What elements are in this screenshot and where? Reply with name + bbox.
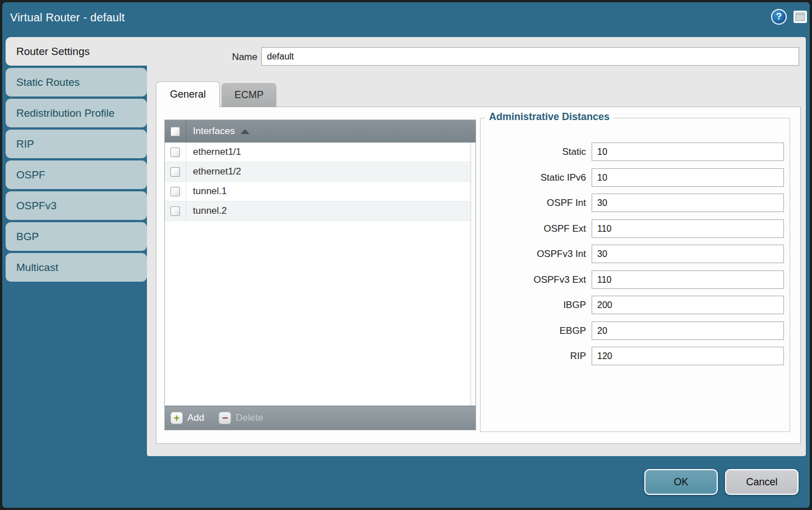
table-row-tunnel-2[interactable]: tunnel.2 — [165, 201, 476, 221]
help-icon[interactable]: ? — [771, 9, 787, 25]
interface-name: tunnel.2 — [193, 205, 227, 217]
interfaces-table-body: ethernet1/1 ethernet1/2 tunnel.1 tunnel.… — [165, 143, 476, 406]
sort-ascending-icon[interactable] — [241, 129, 250, 134]
delete-button[interactable]: − Delete — [219, 412, 263, 424]
row-checkbox[interactable] — [170, 148, 180, 157]
delete-button-label: Delete — [236, 412, 263, 424]
interfaces-table: Interfaces ethernet1/1 ethernet1/2 tunne — [164, 120, 476, 430]
dialog-title: Virtual Router - default — [10, 11, 125, 24]
field-row-ibgp: IBGP — [481, 296, 790, 314]
field-row-ospfv3-int: OSPFv3 Int — [481, 245, 790, 263]
ospf-int-input[interactable] — [592, 194, 784, 212]
ospfv3-ext-input[interactable] — [592, 270, 784, 289]
general-tab-content: Interfaces ethernet1/1 ethernet1/2 tunne — [156, 107, 801, 444]
table-row-ethernet1-2[interactable]: ethernet1/2 — [165, 162, 476, 182]
ibgp-label: IBGP — [481, 300, 586, 311]
tab-general[interactable]: General — [156, 81, 220, 107]
interface-name: ethernet1/2 — [193, 166, 241, 177]
row-checkbox-cell — [165, 162, 186, 181]
select-all-checkbox[interactable] — [170, 127, 180, 136]
field-row-static-ipv6: Static IPv6 — [481, 168, 790, 187]
static-label: Static — [481, 146, 586, 158]
sidebar-item-ospfv3[interactable]: OSPFv3 — [6, 191, 147, 220]
add-button[interactable]: + Add — [170, 412, 204, 424]
name-input[interactable] — [261, 47, 799, 66]
row-checkbox-cell — [165, 143, 186, 162]
screen-frame: Virtual Router - default ? Router Settin… — [0, 0, 812, 510]
ospfv3-int-input[interactable] — [592, 245, 784, 263]
sidebar-item-rip[interactable]: RIP — [6, 130, 147, 158]
ospf-int-label: OSPF Int — [481, 197, 586, 209]
sidebar-item-bgp[interactable]: BGP — [6, 222, 147, 251]
sidebar-item-redistribution-profile[interactable]: Redistribution Profile — [6, 99, 147, 127]
table-row-tunnel-1[interactable]: tunnel.1 — [165, 182, 476, 201]
row-checkbox-cell — [165, 201, 186, 220]
add-button-label: Add — [187, 412, 204, 424]
field-row-ebgp: EBGP — [481, 321, 790, 340]
field-row-static: Static — [481, 143, 790, 161]
static-ipv6-input[interactable] — [592, 168, 784, 187]
ospfv3-ext-label: OSPFv3 Ext — [481, 274, 586, 286]
field-row-rip: RIP — [481, 347, 790, 365]
interface-name: ethernet1/1 — [193, 146, 241, 158]
interfaces-column-header[interactable]: Interfaces — [193, 126, 235, 137]
ospf-ext-label: OSPF Ext — [481, 223, 586, 235]
interface-name: tunnel.1 — [193, 186, 227, 197]
rip-input[interactable] — [592, 347, 784, 365]
tab-ecmp[interactable]: ECMP — [222, 83, 276, 107]
ok-button[interactable]: OK — [644, 469, 718, 495]
interfaces-table-footer: + Add − Delete — [165, 406, 476, 430]
row-checkbox-cell — [165, 182, 186, 201]
window-restore-icon[interactable] — [793, 11, 807, 23]
sidebar-item-router-settings[interactable]: Router Settings — [6, 37, 150, 66]
row-checkbox[interactable] — [170, 167, 180, 177]
administrative-distances-legend: Administrative Distances — [485, 111, 613, 123]
ibgp-input[interactable] — [592, 296, 784, 314]
ospf-ext-input[interactable] — [592, 219, 784, 238]
select-all-cell — [165, 120, 186, 143]
sidebar-item-multicast[interactable]: Multicast — [6, 253, 147, 282]
administrative-distances-fieldset: Administrative Distances Static Static I… — [480, 118, 790, 432]
ebgp-input[interactable] — [592, 321, 784, 340]
sidebar-item-static-routes[interactable]: Static Routes — [6, 68, 147, 97]
sidebar-item-ospf[interactable]: OSPF — [6, 160, 147, 189]
ebgp-label: EBGP — [481, 325, 586, 337]
field-row-ospf-int: OSPF Int — [481, 194, 790, 212]
field-row-ospf-ext: OSPF Ext — [481, 219, 790, 238]
delete-minus-icon: − — [219, 412, 231, 424]
interfaces-table-header: Interfaces — [165, 120, 476, 143]
field-row-ospfv3-ext: OSPFv3 Ext — [481, 270, 790, 289]
name-label: Name — [170, 52, 257, 63]
ospfv3-int-label: OSPFv3 Int — [481, 249, 586, 260]
table-scrollbar[interactable] — [470, 143, 476, 406]
static-ipv6-label: Static IPv6 — [481, 172, 586, 183]
table-row-ethernet1-1[interactable]: ethernet1/1 — [165, 143, 476, 162]
add-plus-icon: + — [170, 412, 183, 424]
row-checkbox[interactable] — [170, 187, 180, 196]
virtual-router-dialog: Virtual Router - default ? Router Settin… — [2, 2, 810, 508]
cancel-button[interactable]: Cancel — [725, 469, 799, 495]
rip-label: RIP — [481, 351, 586, 362]
row-checkbox[interactable] — [170, 206, 180, 216]
static-input[interactable] — [592, 143, 784, 161]
